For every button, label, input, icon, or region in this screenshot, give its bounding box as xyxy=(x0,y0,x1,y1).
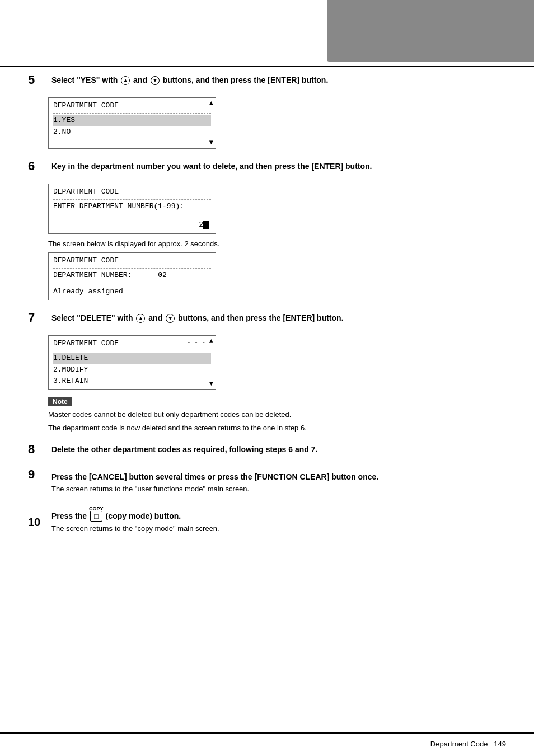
step-6-number: 6 xyxy=(28,159,48,173)
note-label: Note xyxy=(48,397,72,406)
lcd-dots-5: - - - xyxy=(187,100,205,110)
lcd-screen-6a: DEPARTMENT CODE ENTER DEPARTMENT NUMBER(… xyxy=(48,184,216,234)
step-5: 5 Select "YES" with ▲ and ▼ buttons, and… xyxy=(28,73,506,87)
arrow-down-icon: ▼ xyxy=(209,139,213,146)
step-10-text: Press the COPY □ (copy mode) button. xyxy=(51,509,219,522)
lcd-line-5-2: 2.NO xyxy=(53,126,211,138)
note-box: Note Master codes cannot be deleted but … xyxy=(48,397,506,433)
step-8-text: Delete the other department codes as req… xyxy=(51,442,317,456)
lcd-line-7-2: 2.MODIFY xyxy=(53,364,211,376)
lcd-screen-6b: DEPARTMENT CODE DEPARTMENT NUMBER: 02 Al… xyxy=(48,252,216,300)
down-arrow-icon-7: ▼ xyxy=(166,314,175,323)
copy-label: COPY xyxy=(89,505,104,513)
lcd-line-5-1: 1.YES xyxy=(53,115,211,126)
step-10: 10 Press the COPY □ (copy mode) button. … xyxy=(28,508,506,537)
lcd-screen-5: DEPARTMENT CODE - - - 1.YES 2.NO ▲ ▼ xyxy=(48,97,216,148)
top-rule xyxy=(0,66,534,67)
step-9-sub-text: The screen returns to the "user function… xyxy=(51,485,378,493)
top-bar-graphic xyxy=(327,0,534,62)
main-content: 5 Select "YES" with ▲ and ▼ buttons, and… xyxy=(28,73,506,547)
note-text-2: The department code is now deleted and t… xyxy=(48,422,506,434)
step-9: 9 Press the [CANCEL] button several time… xyxy=(28,467,506,498)
step-5-text: Select "YES" with ▲ and ▼ buttons, and t… xyxy=(51,73,328,86)
arrow-down-icon-7b: ▼ xyxy=(209,381,213,387)
bottom-rule xyxy=(0,732,534,734)
lcd-line-6a-1: ENTER DEPARTMENT NUMBER(1-99): xyxy=(53,201,211,213)
up-arrow-icon-7: ▲ xyxy=(136,314,145,323)
step-9-number: 9 xyxy=(28,467,48,482)
lcd-arrows-7: ▲ ▼ xyxy=(209,338,213,387)
step-8-number: 8 xyxy=(28,442,48,457)
text-cursor xyxy=(203,221,209,229)
up-arrow-icon: ▲ xyxy=(121,76,130,85)
step-10-sub-text: The screen returns to the "copy mode" ma… xyxy=(51,524,219,533)
lcd-screen-7: DEPARTMENT CODE - - - 1.DELETE 2.MODIFY … xyxy=(48,335,216,390)
step-10-number: 10 xyxy=(28,515,48,529)
step-7-text: Select "DELETE" with ▲ and ▼ buttons, an… xyxy=(51,311,344,324)
note-text-1: Master codes cannot be deleted but only … xyxy=(48,409,506,420)
step-7: 7 Select "DELETE" with ▲ and ▼ buttons, … xyxy=(28,311,506,325)
lcd-line-6a-cursor: 2 xyxy=(53,219,211,231)
step-6-text: Key in the department number you want to… xyxy=(51,159,372,172)
step-6: 6 Key in the department number you want … xyxy=(28,159,506,173)
lcd-line-6b-2: Already assigned xyxy=(53,286,211,298)
lcd-arrows-5: ▲ ▼ xyxy=(209,100,213,145)
lcd-header-6a: DEPARTMENT CODE xyxy=(53,186,211,200)
page-footer: Department Code 149 xyxy=(430,740,506,748)
lcd-line-7-3: 3.RETAIN xyxy=(53,375,211,387)
step-9-text: Press the [CANCEL] button several times … xyxy=(51,469,378,483)
footer-page: 149 xyxy=(494,740,506,748)
lcd-header-6b: DEPARTMENT CODE xyxy=(53,255,211,269)
step-7-number: 7 xyxy=(28,311,48,325)
step-6-sub-text: The screen below is displayed for approx… xyxy=(48,240,506,248)
footer-label: Department Code xyxy=(430,740,488,748)
down-arrow-icon: ▼ xyxy=(151,76,160,85)
step-8: 8 Delete the other department codes as r… xyxy=(28,442,506,457)
copy-icon-box: □ xyxy=(90,511,102,522)
copy-button-icon: COPY □ xyxy=(90,511,102,522)
step-5-number: 5 xyxy=(28,73,48,87)
arrow-up-icon: ▲ xyxy=(209,100,213,107)
lcd-dots-7: - - - xyxy=(187,338,205,348)
arrow-up-icon-7b: ▲ xyxy=(209,338,213,345)
lcd-line-7-1: 1.DELETE xyxy=(53,353,211,364)
lcd-line-6b-1: DEPARTMENT NUMBER: 02 xyxy=(53,270,211,281)
